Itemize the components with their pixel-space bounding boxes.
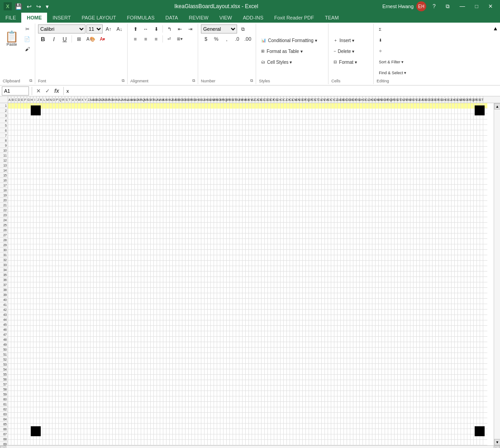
cell-r52-c69[interactable] (224, 380, 227, 386)
cell-r40-c50[interactable] (163, 315, 167, 320)
cell-r30-c41[interactable] (135, 261, 138, 266)
cell-r26-c14[interactable] (49, 239, 52, 244)
cell-r11-c119[interactable] (382, 157, 385, 163)
cell-r10-c99[interactable] (319, 152, 322, 157)
cell-r58-c48[interactable] (157, 413, 160, 418)
cell-r41-c101[interactable] (325, 320, 328, 326)
cell-r52-c46[interactable] (151, 380, 154, 386)
cell-r25-c87[interactable] (281, 234, 284, 239)
cell-r1-c33[interactable] (110, 103, 113, 109)
cell-r33-c116[interactable] (372, 277, 376, 282)
cell-r20-c19[interactable] (65, 206, 68, 212)
cell-r42-c66[interactable] (214, 326, 217, 331)
cell-r23-c60[interactable] (195, 223, 198, 228)
cell-r63-c31[interactable] (103, 440, 106, 445)
cell-r48-c119[interactable] (382, 358, 385, 364)
cell-r32-c52[interactable] (170, 272, 173, 277)
cell-r60-c83[interactable] (268, 424, 271, 429)
cell-r35-c91[interactable] (293, 288, 296, 293)
cell-r28-c132[interactable] (423, 250, 426, 255)
cell-r28-c14[interactable] (49, 250, 52, 255)
cell-r46-c27[interactable] (90, 348, 94, 353)
cell-r28-c4[interactable] (18, 250, 21, 255)
cell-r46-c66[interactable] (214, 348, 217, 353)
cell-r25-c44[interactable] (144, 234, 148, 239)
cell-r37-c149[interactable] (477, 299, 480, 304)
cell-r19-c65[interactable] (211, 201, 214, 206)
cell-r17-c30[interactable] (100, 190, 103, 195)
cell-r39-c76[interactable] (246, 310, 249, 315)
cell-r22-c79[interactable] (255, 217, 258, 223)
cell-r49-c51[interactable] (167, 364, 170, 369)
cell-r7-c96[interactable] (309, 136, 312, 141)
cell-r57-c8[interactable] (30, 407, 33, 413)
cell-r40-c120[interactable] (385, 315, 388, 320)
cell-r42-c1[interactable] (8, 326, 11, 331)
cell-r33-c4[interactable] (18, 277, 21, 282)
cell-r61-c146[interactable] (467, 429, 471, 434)
cell-r2-c25[interactable] (84, 109, 87, 114)
cell-r9-c108[interactable] (347, 147, 350, 152)
cell-r5-c11[interactable] (40, 125, 43, 130)
cell-r6-c64[interactable] (208, 130, 211, 136)
cell-r24-c106[interactable] (341, 228, 344, 234)
cell-r14-c124[interactable] (398, 174, 401, 179)
cell-r10-c87[interactable] (281, 152, 284, 157)
cell-r52-c105[interactable] (338, 380, 341, 386)
cell-r30-c35[interactable] (116, 261, 119, 266)
cell-r40-c27[interactable] (90, 315, 94, 320)
cell-r63-c70[interactable] (227, 440, 230, 445)
cell-r63-c46[interactable] (151, 440, 154, 445)
cell-r2-c48[interactable] (157, 109, 160, 114)
cell-r14-c55[interactable] (179, 174, 182, 179)
cell-r58-c69[interactable] (224, 413, 227, 418)
cell-r11-c134[interactable] (429, 157, 433, 163)
cell-r9-c117[interactable] (376, 147, 379, 152)
cell-r16-c59[interactable] (192, 185, 195, 190)
cell-r45-c83[interactable] (268, 342, 271, 348)
cell-r62-c48[interactable] (157, 434, 160, 440)
cell-r25-c39[interactable] (129, 234, 132, 239)
cell-r31-c89[interactable] (287, 266, 290, 272)
cell-r37-c76[interactable] (246, 299, 249, 304)
cell-r61-c98[interactable] (315, 429, 319, 434)
cell-r12-c64[interactable] (208, 163, 211, 168)
cell-r37-c16[interactable] (56, 299, 59, 304)
cell-r50-c136[interactable] (436, 369, 439, 375)
cell-r46-c136[interactable] (436, 348, 439, 353)
cell-r4-c82[interactable] (265, 119, 268, 125)
cell-r8-c91[interactable] (293, 141, 296, 147)
cell-r43-c48[interactable] (157, 331, 160, 337)
cell-r19-c102[interactable] (328, 201, 331, 206)
cell-r44-c29[interactable] (97, 337, 100, 342)
cell-r47-c101[interactable] (325, 353, 328, 358)
cell-r14-c149[interactable] (477, 174, 480, 179)
cell-r25-c78[interactable] (252, 234, 255, 239)
cell-r43-c97[interactable] (312, 331, 315, 337)
cell-r34-c121[interactable] (388, 282, 391, 288)
cell-r11-c99[interactable] (319, 157, 322, 163)
cell-r39-c108[interactable] (347, 310, 350, 315)
cell-r19-c14[interactable] (49, 201, 52, 206)
cell-r28-c96[interactable] (309, 250, 312, 255)
cell-r23-c79[interactable] (255, 223, 258, 228)
cell-r57-c90[interactable] (290, 407, 293, 413)
col-header-10[interactable]: K (40, 96, 43, 103)
cell-r55-c77[interactable] (249, 396, 252, 402)
cell-r23-c144[interactable] (461, 223, 464, 228)
cell-r21-c104[interactable] (334, 212, 338, 217)
cell-r56-c139[interactable] (445, 402, 448, 407)
cell-r37-c62[interactable] (201, 299, 205, 304)
cell-r22-c83[interactable] (268, 217, 271, 223)
cell-r20-c43[interactable] (141, 206, 144, 212)
cell-r2-c63[interactable] (205, 109, 208, 114)
cell-r40-c35[interactable] (116, 315, 119, 320)
cell-r52-c50[interactable] (163, 380, 167, 386)
cell-r51-c52[interactable] (170, 375, 173, 380)
cell-r17-c55[interactable] (179, 190, 182, 195)
cell-r30-c67[interactable] (217, 261, 220, 266)
cell-r58-c122[interactable] (391, 413, 395, 418)
cell-r38-c27[interactable] (90, 304, 94, 310)
cell-r59-c26[interactable] (87, 418, 90, 424)
cell-r57-c31[interactable] (103, 407, 106, 413)
